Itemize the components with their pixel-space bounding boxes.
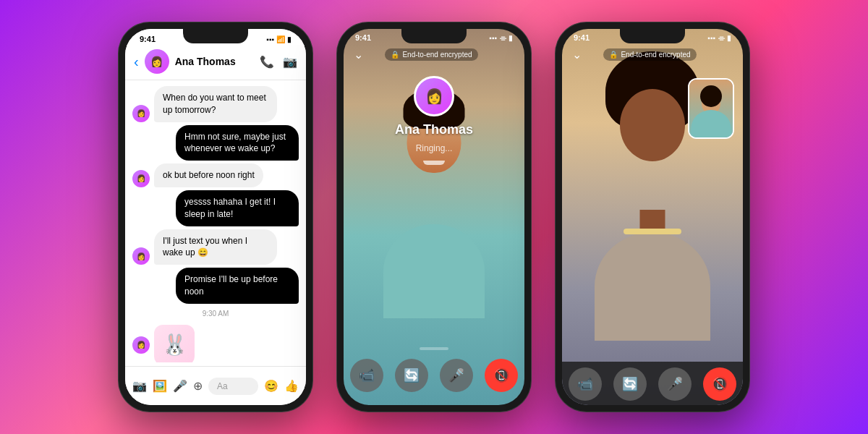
encrypted-badge-3: 🔒 End-to-end encrypted (603, 48, 696, 61)
swipe-indicator (420, 347, 448, 350)
sender-avatar-3: 👩 (132, 247, 150, 265)
messages-area: 👩 When do you want to meet up tomorrow? … (125, 80, 306, 362)
phone-call-icon[interactable]: 📞 (260, 55, 274, 69)
phone2-screen: 9:41 ▪▪▪ ⌯ ▮ ⌄ 🔒 End-to-end encrypted 👩 (344, 29, 524, 405)
phone2-notch (401, 29, 467, 43)
video-call-icon[interactable]: 📷 (283, 55, 297, 69)
caller-avatar: 👩 (414, 76, 454, 116)
encrypted-text-3: End-to-end encrypted (621, 51, 690, 59)
message-row-1: 👩 When do you want to meet up tomorrow? (132, 86, 299, 122)
phone-active-call: 9:41 ▪▪▪ ⌯ ▮ ⌄ 🔒 End-to-end encrypted (555, 22, 750, 412)
end-call-icon: 📵 (493, 367, 509, 383)
back-button[interactable]: ‹ (134, 54, 139, 70)
bubble-incoming-3: I'll just text you when I wake up 😄 (154, 229, 277, 265)
phone3-status-icons: ▪▪▪ ⌯ ▮ (707, 34, 731, 42)
video-toggle-button[interactable]: 📹 (350, 359, 383, 392)
photo-icon[interactable]: 🖼️ (153, 379, 167, 393)
phone3-time: 9:41 (574, 33, 590, 42)
message-row-4: yessss hahaha I get it! I sleep in late! (132, 190, 299, 226)
wifi-icon-2: ⌯ (499, 34, 506, 42)
phone3-notch (620, 29, 685, 43)
text-input[interactable]: Aa (208, 378, 258, 395)
video-icon-3: 📹 (577, 376, 593, 392)
mic-icon-3: 🎤 (667, 376, 683, 392)
battery-icon: ▮ (287, 35, 292, 43)
mute-button[interactable]: 🎤 (440, 359, 473, 392)
camera-icon[interactable]: 📷 (132, 379, 147, 393)
message-row-6: Promise I'll be up before noon (132, 268, 299, 304)
message-header: ‹ 👩 Ana Thomas 📞 📷 (125, 45, 306, 80)
bubble-outgoing-2: yessss hahaha I get it! I sleep in late! (176, 190, 299, 226)
end-call-icon-3: 📵 (712, 376, 728, 392)
lock-icon-3: 🔒 (609, 51, 618, 59)
battery-icon-3: ▮ (727, 34, 731, 42)
bubble-outgoing: Hmm not sure, maybe just whenever we wak… (176, 125, 299, 161)
contact-avatar: 👩 (145, 49, 169, 74)
controls-buttons-3: 📹 🔄 🎤 📵 (562, 367, 743, 405)
encrypted-text: End-to-end encrypted (402, 51, 472, 59)
minimize-chevron-3[interactable]: ⌄ (572, 48, 582, 61)
effects-icon[interactable]: ⊕ (193, 379, 203, 393)
mic-icon[interactable]: 🎤 (173, 379, 187, 393)
video-icon: 📹 (359, 367, 375, 383)
message-row-3: 👩 ok but before noon right (132, 163, 299, 187)
minimize-chevron[interactable]: ⌄ (354, 48, 363, 61)
phone3-screen: 9:41 ▪▪▪ ⌯ ▮ ⌄ 🔒 End-to-end encrypted (562, 29, 743, 405)
bubble-outgoing-3: Promise I'll be up before noon (176, 268, 299, 304)
signal-icon-3: ▪▪▪ (707, 34, 715, 42)
phone2-time: 9:41 (355, 33, 371, 42)
header-actions: 📞 📷 (260, 55, 297, 69)
sender-avatar: 👩 (132, 105, 150, 122)
emoji-icon[interactable]: 😊 (264, 379, 278, 393)
signal-icon: ▪▪▪ (266, 35, 274, 43)
video-call-controls: 📹 🔄 🎤 📵 (344, 347, 524, 396)
caller-name: Ana Thomas (395, 122, 473, 137)
battery-icon-2: ▮ (509, 34, 513, 42)
mic-icon-2: 🎤 (448, 367, 464, 383)
message-row-2: Hmm not sure, maybe just whenever we wak… (132, 125, 299, 161)
phone2-status-icons: ▪▪▪ ⌯ ▮ (489, 34, 513, 42)
sticker-row: 👩 🐰 (132, 323, 299, 362)
flip-camera-button-3[interactable]: 🔄 (613, 367, 647, 401)
flip-camera-button[interactable]: 🔄 (395, 359, 428, 392)
signal-icon-2: ▪▪▪ (489, 34, 497, 42)
like-icon[interactable]: 👍 (284, 379, 299, 393)
contact-name: Ana Thomas (175, 56, 254, 67)
phone-incoming-call: 9:41 ▪▪▪ ⌯ ▮ ⌄ 🔒 End-to-end encrypted 👩 (336, 22, 532, 412)
message-input-bar: 📷 🖼️ 🎤 ⊕ Aa 😊 👍 (125, 366, 306, 405)
sticker-emoji: 🐰 (154, 325, 195, 362)
phone1-notch (183, 29, 248, 43)
caller-avatar-emoji: 👩 (425, 88, 443, 105)
phone-messaging: 9:41 ▪▪▪ 📶 ▮ ‹ 👩 Ana Thomas 📞 📷 👩 Whe (118, 22, 313, 412)
sender-avatar-4: 👩 (132, 336, 150, 354)
mute-button-3[interactable]: 🎤 (658, 367, 692, 401)
wifi-icon-3: ⌯ (718, 34, 725, 42)
wifi-icon: 📶 (276, 35, 285, 43)
flip-icon-3: 🔄 (622, 376, 638, 392)
flip-icon: 🔄 (404, 367, 420, 383)
message-row-5: 👩 I'll just text you when I wake up 😄 (132, 229, 299, 265)
video-top-bar-3: ⌄ 🔒 End-to-end encrypted (562, 42, 743, 64)
bubble-incoming-2: ok but before noon right (154, 163, 263, 187)
video-toggle-button-3[interactable]: 📹 (569, 367, 602, 401)
encrypted-badge: 🔒 End-to-end encrypted (385, 48, 477, 61)
bubble-incoming: When do you want to meet up tomorrow? (154, 86, 277, 122)
sender-avatar-2: 👩 (132, 170, 150, 187)
input-placeholder: Aa (217, 381, 228, 391)
end-call-button[interactable]: 📵 (485, 359, 518, 392)
phone1-status-icons: ▪▪▪ 📶 ▮ (266, 35, 292, 43)
self-view-pip (688, 78, 734, 139)
phone1-time: 9:41 (140, 35, 156, 43)
phone1-screen: 9:41 ▪▪▪ 📶 ▮ ‹ 👩 Ana Thomas 📞 📷 👩 Whe (125, 29, 306, 405)
video-top-bar: ⌄ 🔒 End-to-end encrypted (344, 42, 524, 64)
message-timestamp: 9:30 AM (132, 310, 299, 318)
end-call-button-3[interactable]: 📵 (703, 367, 736, 401)
video-call-controls-3: 📹 🔄 🎤 📵 (562, 362, 743, 405)
call-status: Ringing... (416, 143, 453, 153)
controls-buttons: 📹 🔄 🎤 📵 (344, 359, 524, 396)
lock-icon: 🔒 (391, 51, 399, 59)
avatar-initial: 👩 (150, 56, 163, 67)
